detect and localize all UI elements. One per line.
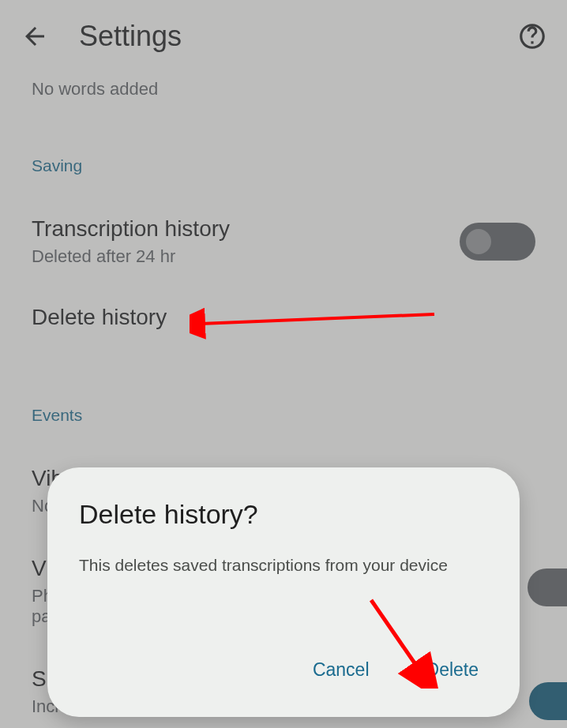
app-header: Settings [0, 0, 567, 73]
setting-delete-history[interactable]: Delete history [32, 286, 535, 349]
toggle-peek [528, 569, 567, 606]
dialog-body: This deletes saved transcriptions from y… [79, 554, 488, 576]
section-saving: Saving [32, 156, 535, 175]
setting-title: Delete history [32, 305, 535, 330]
setting-subtitle: Deleted after 24 hr [32, 246, 460, 267]
dialog-actions: Cancel Delete [303, 653, 488, 687]
setting-title: Transcription history [32, 216, 460, 242]
toggle-peek-on [529, 682, 567, 720]
dialog-title: Delete history? [79, 499, 488, 530]
toggle-transcription-history[interactable] [460, 223, 535, 261]
delete-button[interactable]: Delete [417, 653, 488, 687]
arrow-back-icon [21, 22, 49, 51]
section-events: Events [32, 406, 535, 425]
cancel-button[interactable]: Cancel [303, 653, 379, 687]
toggle-thumb [466, 229, 491, 254]
no-words-text: No words added [32, 79, 535, 99]
setting-transcription-history[interactable]: Transcription history Deleted after 24 h… [32, 197, 535, 286]
back-button[interactable] [16, 17, 54, 55]
delete-history-dialog: Delete history? This deletes saved trans… [47, 467, 520, 717]
help-button[interactable] [513, 17, 551, 55]
help-icon [517, 21, 547, 51]
page-title: Settings [79, 20, 513, 53]
